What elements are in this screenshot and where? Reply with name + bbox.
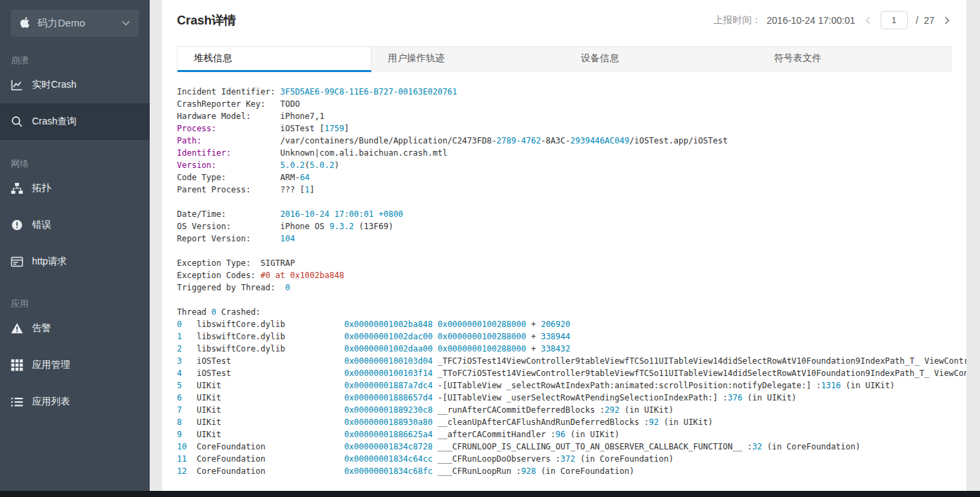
- crash-log-line: Version: 5.0.2(5.0.2): [177, 159, 966, 171]
- sidebar-item-拓扑[interactable]: 拓扑: [0, 170, 150, 207]
- crash-log-line: Thread 0 Crashed:: [177, 306, 966, 318]
- report-time-label: 上报时间：: [714, 14, 762, 27]
- crash-log-line: 13 CoreFoundation 0x00000001833f0c50 _CF…: [177, 477, 966, 479]
- sidebar-item-告警[interactable]: 告警: [0, 310, 150, 347]
- sidebar-item-应用列表[interactable]: 应用列表: [0, 383, 150, 420]
- sidebar-item-实时Crash[interactable]: 实时Crash: [0, 67, 150, 103]
- tab-label: 用户操作轨迹: [388, 52, 445, 65]
- crash-log-line: [177, 196, 966, 208]
- crash-log-line: Path: /var/containers/Bundle/Application…: [177, 135, 966, 147]
- sidebar-item-Crash查询[interactable]: Crash查询: [0, 103, 150, 140]
- crash-log-line: Date/Time: 2016-10-24 17:00:01 +0800: [177, 208, 966, 220]
- sidebar-item-label: 错误: [32, 219, 51, 231]
- tab-label: 设备信息: [581, 52, 619, 65]
- next-page-button[interactable]: [943, 15, 951, 26]
- apple-icon-slot: [20, 16, 30, 31]
- apple-icon: [20, 16, 30, 29]
- report-time-value: 2016-10-24 17:00:01: [767, 15, 855, 26]
- crash-log-line: 9 UIKit 0x00000001886625a4 __afterCAComm…: [177, 428, 966, 441]
- sidebar-item-label: 实时Crash: [32, 79, 76, 91]
- chevron-down-icon: [122, 20, 130, 26]
- sidebar-item-label: 应用列表: [32, 396, 70, 408]
- browser-icon: [11, 256, 23, 268]
- crash-log-line: Hardware Model: iPhone7,1: [177, 110, 966, 122]
- crash-log-line: 0 libswiftCore.dylib 0x00000001002ba848 …: [177, 318, 966, 330]
- crash-log-line: Exception Codes: #0 at 0x1002ba848: [177, 269, 966, 281]
- sidebar-section-label: 应用: [11, 298, 139, 310]
- sidebar-section-label: 网络: [11, 158, 139, 170]
- chevron-left-icon: [865, 16, 871, 24]
- crash-log-line: 5 UIKit 0x00000001887a7dc4 -[UITableView…: [177, 379, 966, 392]
- tab-堆栈信息[interactable]: 堆栈信息: [178, 47, 372, 72]
- crash-log-line: 2 libswiftCore.dylib 0x00000001002daa00 …: [177, 343, 966, 355]
- crash-log-line: Triggered by Thread: 0: [177, 281, 966, 294]
- crash-log: Incident Identifier: 3F5D5AE6-99C8-11E6-…: [177, 86, 966, 479]
- bottom-scrollbar[interactable]: [0, 491, 980, 497]
- tab-label: 堆栈信息: [194, 52, 232, 65]
- tab-bar: 堆栈信息用户操作轨迹设备信息符号表文件: [177, 46, 951, 72]
- sidebar-item-label: 告警: [32, 322, 51, 335]
- sidebar-item-label: http请求: [32, 256, 67, 268]
- crash-log-line: 1 libswiftCore.dylib 0x00000001002dac00 …: [177, 330, 966, 343]
- crash-log-line: 12 CoreFoundation 0x00000001834c68fc ___…: [177, 465, 966, 477]
- app-selector-label: 码力Demo: [37, 17, 85, 30]
- crash-log-line: Incident Identifier: 3F5D5AE6-99C8-11E6-…: [177, 86, 966, 98]
- crash-log-line: [177, 294, 966, 306]
- alert-triangle-icon: [11, 322, 23, 335]
- sidebar-item-应用管理[interactable]: 应用管理: [0, 347, 150, 383]
- tab-设备信息[interactable]: 设备信息: [565, 47, 758, 72]
- sidebar-section-label: 崩溃: [11, 54, 139, 67]
- sidebar-item-label: 应用管理: [32, 359, 70, 371]
- sidebar-item-label: Crash查询: [32, 116, 76, 128]
- sidebar: 码力Demo 崩溃实时CrashCrash查询网络拓扑错误http请求应用告警应…: [0, 0, 150, 491]
- app-selector[interactable]: 码力Demo: [11, 10, 139, 37]
- panel-header: Crash详情 上报时间： 2016-10-24 17:00:01 / 27: [162, 0, 966, 29]
- crash-log-line: Code Type: ARM-64: [177, 171, 966, 184]
- crash-detail-panel: Crash详情 上报时间： 2016-10-24 17:00:01 / 27 堆…: [162, 0, 966, 491]
- crash-log-line: Parent Process: ??? [1]: [177, 184, 966, 196]
- pager-area: 上报时间： 2016-10-24 17:00:01 / 27: [714, 11, 951, 29]
- chevron-down-icon-slot: [122, 20, 130, 26]
- tab-符号表文件[interactable]: 符号表文件: [757, 47, 951, 72]
- crash-log-line: 3 iOSTest 0x0000000100103d04 _TFC7iOSTes…: [177, 355, 966, 367]
- crash-log-line: 6 UIKit 0x00000001888657d4 -[UITableView…: [177, 392, 966, 404]
- topology-icon: [11, 182, 23, 194]
- crash-log-line: 7 UIKit 0x00000001889230c8 __runAfterCAC…: [177, 404, 966, 416]
- error-circle-icon: [11, 219, 23, 231]
- chart-line-icon: [11, 79, 23, 91]
- crash-log-line: Identifier: Unknown|com.ali.baichuan.cra…: [177, 147, 966, 159]
- crash-log-line: 11 CoreFoundation 0x00000001834c64cc ___…: [177, 453, 966, 465]
- page-number-input[interactable]: [881, 11, 908, 29]
- sidebar-item-label: 拓扑: [32, 182, 51, 194]
- page-title: Crash详情: [177, 12, 236, 29]
- list-icon: [11, 396, 23, 408]
- crash-log-line: Process: iOSTest [1759]: [177, 122, 966, 135]
- crash-log-line: 8 UIKit 0x0000000188930a80 __cleanUpAfte…: [177, 416, 966, 428]
- search-icon: [11, 116, 23, 128]
- crash-log-line: Exception Type: SIGTRAP: [177, 257, 966, 269]
- pager-separator: /: [916, 15, 919, 26]
- sidebar-item-错误[interactable]: 错误: [0, 207, 150, 243]
- chevron-right-icon: [944, 16, 950, 24]
- crash-log-line: 10 CoreFoundation 0x00000001834c8728 ___…: [177, 441, 966, 453]
- crash-log-line: CrashReporter Key: TODO: [177, 98, 966, 110]
- sidebar-nav: 崩溃实时CrashCrash查询网络拓扑错误http请求应用告警应用管理应用列表: [0, 54, 150, 420]
- tab-用户操作轨迹[interactable]: 用户操作轨迹: [372, 47, 565, 72]
- tab-label: 符号表文件: [774, 52, 821, 65]
- sidebar-item-http请求[interactable]: http请求: [0, 243, 150, 280]
- crash-log-line: OS Version: iPhone OS 9.3.2 (13F69): [177, 220, 966, 233]
- crash-log-line: Report Version: 104: [177, 233, 966, 245]
- crash-log-line: [177, 245, 966, 257]
- crash-log-line: 4 iOSTest 0x0000000100103f14 _TToFC7iOST…: [177, 367, 966, 379]
- grid-icon: [11, 359, 23, 371]
- prev-page-button[interactable]: [864, 15, 872, 26]
- pager-total: 27: [924, 15, 934, 26]
